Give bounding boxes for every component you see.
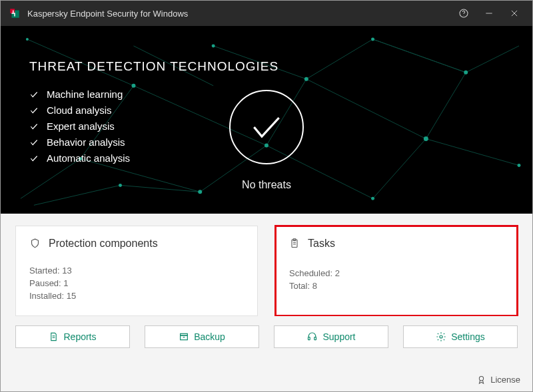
tech-label: Automatic analysis [47, 152, 130, 164]
tech-label: Machine learning [47, 89, 123, 100]
license-link[interactable]: License [476, 375, 520, 385]
backup-label: Backup [194, 331, 225, 342]
tech-item-machine-learning: Machine learning [29, 89, 130, 100]
svg-point-1 [464, 15, 464, 16]
protection-components-card[interactable]: Protection components Started: 13 Paused… [15, 226, 258, 316]
svg-point-50 [440, 335, 442, 338]
reports-label: Reports [63, 331, 96, 342]
hero-heading: THREAT DETECTION TECHNOLOGIES [29, 59, 278, 74]
tech-item-behavior-analysis: Behavior analysis [29, 136, 130, 148]
close-icon [510, 9, 519, 18]
check-icon [29, 90, 39, 99]
tech-item-automatic-analysis: Automatic analysis [29, 152, 130, 164]
tech-item-expert-analysis: Expert analysis [29, 120, 130, 132]
headset-icon [306, 331, 318, 342]
hero-panel: THREAT DETECTION TECHNOLOGIES Machine le… [1, 26, 532, 214]
bottom-button-row: Reports Backup Support Settings [1, 316, 532, 348]
check-icon [29, 138, 39, 147]
tasks-card-title: Tasks [308, 238, 335, 250]
titlebar: Kaspersky Endpoint Security for Windows [1, 1, 532, 26]
support-label: Support [322, 331, 355, 342]
app-logo-icon [9, 7, 21, 19]
license-label: License [490, 375, 520, 385]
svg-rect-48 [308, 337, 310, 340]
clipboard-icon [289, 237, 300, 250]
protection-card-title: Protection components [49, 238, 158, 250]
cards-row: Protection components Started: 13 Paused… [1, 214, 532, 316]
reports-button[interactable]: Reports [15, 325, 130, 348]
tech-item-cloud-analysis: Cloud analysis [29, 104, 130, 116]
protection-paused-line: Paused: 1 [29, 278, 244, 288]
help-button[interactable] [451, 1, 476, 26]
titlebar-title: Kaspersky Endpoint Security for Windows [27, 9, 451, 19]
check-icon [29, 154, 39, 163]
support-button[interactable]: Support [274, 325, 388, 348]
check-icon [29, 106, 39, 115]
status-circle [229, 90, 304, 164]
protection-installed-line: Installed: 15 [29, 291, 244, 301]
archive-icon [179, 331, 189, 342]
help-icon [458, 8, 469, 19]
app-window: Kaspersky Endpoint Security for Windows [0, 0, 533, 392]
document-icon [49, 331, 59, 342]
tasks-scheduled-line: Scheduled: 2 [289, 268, 504, 278]
footer: License [1, 348, 532, 391]
settings-button[interactable]: Settings [403, 325, 518, 348]
close-button[interactable] [502, 1, 527, 26]
minimize-button[interactable] [476, 1, 502, 26]
svg-rect-46 [181, 335, 188, 340]
settings-label: Settings [451, 331, 485, 342]
svg-point-51 [480, 377, 484, 381]
tasks-total-line: Total: 8 [289, 281, 504, 291]
check-icon [29, 122, 39, 131]
tech-label: Cloud analysis [47, 104, 112, 116]
large-check-icon [248, 108, 285, 146]
tasks-card[interactable]: Tasks Scheduled: 2 Total: 8 [275, 226, 518, 316]
minimize-icon [484, 9, 494, 18]
status-label: No threats [229, 179, 304, 191]
tech-label: Expert analysis [47, 120, 115, 132]
svg-rect-49 [314, 337, 316, 340]
technology-list: Machine learning Cloud analysis Expert a… [29, 89, 130, 168]
award-icon [476, 375, 486, 385]
protection-started-line: Started: 13 [29, 266, 244, 276]
tech-label: Behavior analysis [47, 136, 125, 148]
gear-icon [436, 331, 446, 342]
shield-icon [29, 237, 41, 250]
backup-button[interactable]: Backup [145, 325, 259, 348]
status-indicator: No threats [229, 90, 304, 191]
